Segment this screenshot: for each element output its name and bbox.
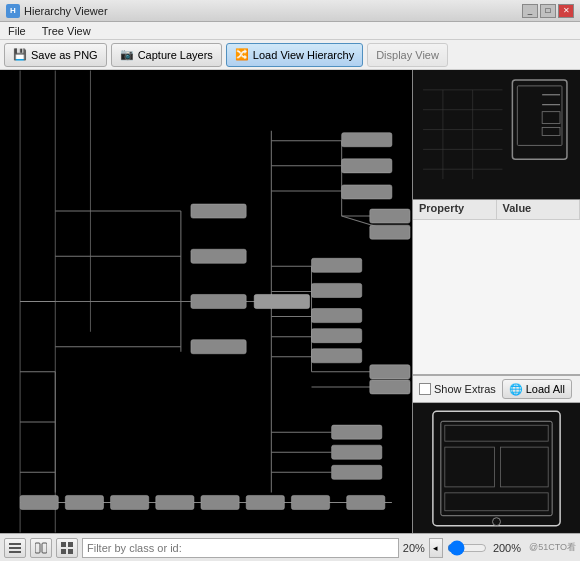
svg-rect-43 <box>370 365 410 379</box>
filter-input[interactable] <box>82 538 399 558</box>
svg-rect-38 <box>312 258 362 272</box>
preview-top-svg <box>413 70 580 199</box>
svg-rect-60 <box>347 495 385 509</box>
svg-rect-55 <box>111 495 149 509</box>
svg-rect-86 <box>9 551 21 553</box>
preview-bottom <box>413 403 580 533</box>
list-view-button[interactable] <box>4 538 26 558</box>
svg-rect-50 <box>191 294 246 308</box>
svg-rect-87 <box>35 543 40 553</box>
preview-top <box>413 70 580 200</box>
load-all-button[interactable]: 🌐 Load All <box>502 379 572 399</box>
grid-icon <box>61 542 73 554</box>
svg-rect-89 <box>61 542 66 547</box>
zoom-max: 200% <box>493 542 521 554</box>
menu-bar: File Tree View <box>0 22 580 40</box>
capture-icon: 📷 <box>120 48 134 61</box>
save-icon: 💾 <box>13 48 27 61</box>
svg-rect-49 <box>191 249 246 263</box>
split-view-button[interactable] <box>30 538 52 558</box>
svg-rect-37 <box>370 225 410 239</box>
load-hierarchy-button[interactable]: 🔀 Load View Hierarchy <box>226 43 363 67</box>
capture-layers-button[interactable]: 📷 Capture Layers <box>111 43 222 67</box>
zoom-left-button[interactable]: ◂ <box>429 538 443 558</box>
load-icon: 🔀 <box>235 48 249 61</box>
svg-rect-44 <box>370 380 410 394</box>
zoom-slider[interactable] <box>447 541 487 555</box>
svg-rect-45 <box>332 425 382 439</box>
svg-rect-40 <box>312 309 362 323</box>
svg-rect-88 <box>42 543 47 553</box>
svg-rect-42 <box>312 349 362 363</box>
split-icon <box>35 542 47 554</box>
minimize-button[interactable]: _ <box>522 4 538 18</box>
svg-rect-36 <box>370 209 410 223</box>
svg-rect-34 <box>342 159 392 173</box>
svg-rect-57 <box>201 495 239 509</box>
svg-rect-48 <box>191 204 246 218</box>
svg-rect-46 <box>332 445 382 459</box>
svg-rect-59 <box>291 495 329 509</box>
load-all-icon: 🌐 <box>509 383 523 396</box>
toolbar: 💾 Save as PNG 📷 Capture Layers 🔀 Load Vi… <box>0 40 580 70</box>
value-col-header: Value <box>497 200 581 219</box>
show-extras-container[interactable]: Show Extras <box>419 383 496 395</box>
svg-rect-61 <box>254 294 309 308</box>
svg-rect-53 <box>20 495 58 509</box>
title-bar: H Hierarchy Viewer _ □ ✕ <box>0 0 580 22</box>
properties-panel: Property Value <box>413 200 580 375</box>
zoom-percent: 20% <box>403 542 425 554</box>
svg-rect-39 <box>312 283 362 297</box>
svg-rect-47 <box>332 465 382 479</box>
property-col-header: Property <box>413 200 497 219</box>
show-extras-label: Show Extras <box>434 383 496 395</box>
window-title: Hierarchy Viewer <box>24 5 518 17</box>
grid-view-button[interactable] <box>56 538 78 558</box>
svg-rect-35 <box>342 185 392 199</box>
tree-panel[interactable] <box>0 70 412 533</box>
properties-header: Property Value <box>413 200 580 220</box>
svg-rect-85 <box>9 547 21 549</box>
svg-rect-56 <box>156 495 194 509</box>
app-icon: H <box>6 4 20 18</box>
svg-rect-92 <box>68 549 73 554</box>
window-controls[interactable]: _ □ ✕ <box>522 4 574 18</box>
show-extras-checkbox[interactable] <box>419 383 431 395</box>
svg-rect-33 <box>342 133 392 147</box>
svg-rect-51 <box>191 340 246 354</box>
svg-rect-76 <box>413 403 580 532</box>
maximize-button[interactable]: □ <box>540 4 556 18</box>
list-icon <box>9 542 21 554</box>
menu-treeview[interactable]: Tree View <box>38 25 95 37</box>
watermark: @51CTO看 <box>529 541 576 554</box>
svg-rect-91 <box>61 549 66 554</box>
hierarchy-graph <box>0 70 412 533</box>
svg-rect-58 <box>246 495 284 509</box>
save-png-button[interactable]: 💾 Save as PNG <box>4 43 107 67</box>
extras-row: Show Extras 🌐 Load All <box>413 375 580 403</box>
svg-rect-90 <box>68 542 73 547</box>
svg-rect-41 <box>312 329 362 343</box>
close-button[interactable]: ✕ <box>558 4 574 18</box>
svg-rect-54 <box>65 495 103 509</box>
display-view-button[interactable]: Display View <box>367 43 448 67</box>
menu-file[interactable]: File <box>4 25 30 37</box>
preview-bottom-svg <box>413 403 580 533</box>
main-area: Property Value Show Extras 🌐 Load All <box>0 70 580 533</box>
svg-rect-62 <box>413 70 580 199</box>
svg-rect-84 <box>9 543 21 545</box>
right-panel: Property Value Show Extras 🌐 Load All <box>412 70 580 533</box>
status-bar: 20% ◂ 200% @51CTO看 <box>0 533 580 561</box>
